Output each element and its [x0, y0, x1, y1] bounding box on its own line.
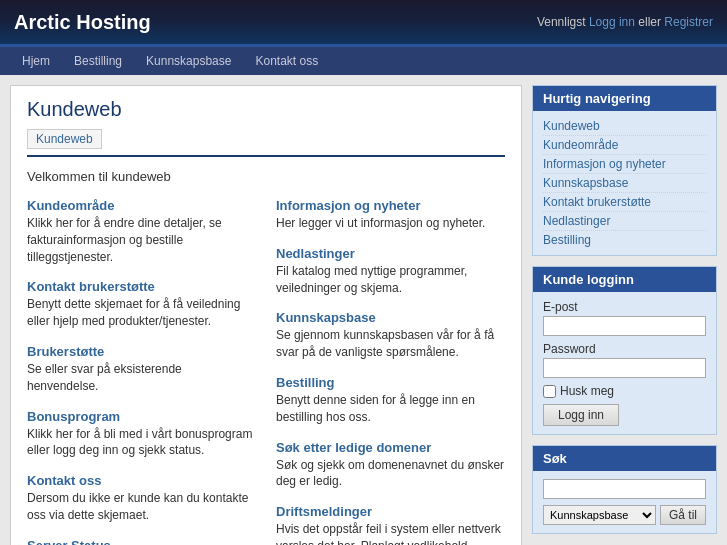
link-item: Kunnskapsbase Se gjennom kunnskapsbasen … — [276, 310, 505, 361]
link-bonusprogram[interactable]: Bonusprogram — [27, 409, 120, 424]
header: Arctic Hosting Vennligst Logg inn eller … — [0, 0, 727, 47]
link-kontakt-brukerstotte[interactable]: Kontakt brukerstøtte — [27, 279, 155, 294]
quicknav-nedlastinger[interactable]: Nedlastinger — [543, 212, 706, 231]
login-box-content: E-post Password Husk meg Logg inn — [533, 292, 716, 434]
link-desc: Se gjennom kunnskapsbasen vår for å få s… — [276, 327, 505, 361]
quicknav-title: Hurtig navigering — [533, 86, 716, 111]
link-informasjon[interactable]: Informasjon og nyheter — [276, 198, 420, 213]
quicknav-kunnskapsbase[interactable]: Kunnskapsbase — [543, 174, 706, 193]
link-desc: Her legger vi ut informasjon og nyheter. — [276, 215, 505, 232]
remember-row: Husk meg — [543, 384, 706, 398]
links-grid: Kundeområde Klikk her for å endre dine d… — [27, 198, 505, 545]
link-item: Kontakt brukerstøtte Benytt dette skjema… — [27, 279, 256, 330]
vennligst-text: Vennligst — [537, 15, 589, 29]
link-driftsmeldinger[interactable]: Driftsmeldinger — [276, 504, 372, 519]
link-desc: Benytt dette skjemaet for å få veilednin… — [27, 296, 256, 330]
link-desc: Hvis det oppstår feil i system eller net… — [276, 521, 505, 545]
link-desc: Klikk her for å bli med i vårt bonusprog… — [27, 426, 256, 460]
link-item: Server Status Sjekk serverstatus. — [27, 538, 256, 545]
quicknav-kundeweb[interactable]: Kundeweb — [543, 117, 706, 136]
site-title: Arctic Hosting — [14, 11, 151, 34]
page-title: Kundeweb — [27, 98, 505, 121]
link-desc: Benytt denne siden for å legge inn en be… — [276, 392, 505, 426]
password-label: Password — [543, 342, 706, 356]
page-title-area: Kundeweb Kundeweb — [27, 98, 505, 157]
navbar: Hjem Bestilling Kunnskapsbase Kontakt os… — [0, 47, 727, 75]
remember-checkbox[interactable] — [543, 385, 556, 398]
link-kunnskapsbase[interactable]: Kunnskapsbase — [276, 310, 376, 325]
email-label: E-post — [543, 300, 706, 314]
link-item: Bonusprogram Klikk her for å bli med i v… — [27, 409, 256, 460]
link-item: Brukerstøtte Se eller svar på eksisteren… — [27, 344, 256, 395]
main-container: Kundeweb Kundeweb Velkommen til kundeweb… — [0, 75, 727, 545]
link-brukerstotte[interactable]: Brukerstøtte — [27, 344, 104, 359]
link-item: Kontakt oss Dersom du ikke er kunde kan … — [27, 473, 256, 524]
search-box-content: Kunnskapsbase Kundeweb Alt Gå til — [533, 471, 716, 533]
search-box: Søk Kunnskapsbase Kundeweb Alt Gå til — [532, 445, 717, 534]
link-desc: Fil katalog med nyttige programmer, veil… — [276, 263, 505, 297]
breadcrumb-link[interactable]: Kundeweb — [27, 129, 102, 149]
remember-label: Husk meg — [560, 384, 614, 398]
link-item: Bestilling Benytt denne siden for å legg… — [276, 375, 505, 426]
quicknav-kundeomrade[interactable]: Kundeområde — [543, 136, 706, 155]
link-desc: Klikk her for å endre dine detaljer, se … — [27, 215, 256, 265]
link-bestilling[interactable]: Bestilling — [276, 375, 335, 390]
sidebar: Hurtig navigering Kundeweb Kundeområde I… — [532, 85, 717, 545]
links-col-right: Informasjon og nyheter Her legger vi ut … — [276, 198, 505, 545]
welcome-text: Velkommen til kundeweb — [27, 169, 505, 184]
link-item: Kundeområde Klikk her for å endre dine d… — [27, 198, 256, 265]
content-area: Kundeweb Kundeweb Velkommen til kundeweb… — [10, 85, 522, 545]
quicknav-informasjon[interactable]: Informasjon og nyheter — [543, 155, 706, 174]
nav-hjem[interactable]: Hjem — [10, 54, 62, 68]
link-desc: Dersom du ikke er kunde kan du kontakte … — [27, 490, 256, 524]
search-category-select[interactable]: Kunnskapsbase Kundeweb Alt — [543, 505, 656, 525]
register-link[interactable]: Registrer — [664, 15, 713, 29]
email-input[interactable] — [543, 316, 706, 336]
link-server-status[interactable]: Server Status — [27, 538, 111, 545]
nav-kunnskapsbase[interactable]: Kunnskapsbase — [134, 54, 243, 68]
link-kontakt-oss[interactable]: Kontakt oss — [27, 473, 101, 488]
quicknav-bestilling[interactable]: Bestilling — [543, 231, 706, 249]
quicknav-brukerstotte[interactable]: Kontakt brukerstøtte — [543, 193, 706, 212]
or-text: eller — [635, 15, 664, 29]
password-input[interactable] — [543, 358, 706, 378]
link-item: Driftsmeldinger Hvis det oppstår feil i … — [276, 504, 505, 545]
search-button[interactable]: Gå til — [660, 505, 706, 525]
link-kundeomrade[interactable]: Kundeområde — [27, 198, 114, 213]
link-item: Informasjon og nyheter Her legger vi ut … — [276, 198, 505, 232]
link-sok-domener[interactable]: Søk etter ledige domener — [276, 440, 431, 455]
search-row: Kunnskapsbase Kundeweb Alt Gå til — [543, 505, 706, 525]
header-login-prompt: Vennligst Logg inn eller Registrer — [537, 15, 713, 29]
link-desc: Se eller svar på eksisterende henvendels… — [27, 361, 256, 395]
quicknav-content: Kundeweb Kundeområde Informasjon og nyhe… — [533, 111, 716, 255]
login-link[interactable]: Logg inn — [589, 15, 635, 29]
search-input[interactable] — [543, 479, 706, 499]
login-box: Kunde logginn E-post Password Husk meg L… — [532, 266, 717, 435]
search-box-title: Søk — [533, 446, 716, 471]
nav-bestilling[interactable]: Bestilling — [62, 54, 134, 68]
link-desc: Søk og sjekk om domenenavnet du ønsker d… — [276, 457, 505, 491]
nav-kontakt[interactable]: Kontakt oss — [243, 54, 330, 68]
link-item: Nedlastinger Fil katalog med nyttige pro… — [276, 246, 505, 297]
login-button[interactable]: Logg inn — [543, 404, 619, 426]
login-box-title: Kunde logginn — [533, 267, 716, 292]
link-nedlastinger[interactable]: Nedlastinger — [276, 246, 355, 261]
link-item: Søk etter ledige domener Søk og sjekk om… — [276, 440, 505, 491]
quicknav-box: Hurtig navigering Kundeweb Kundeområde I… — [532, 85, 717, 256]
links-col-left: Kundeområde Klikk her for å endre dine d… — [27, 198, 256, 545]
